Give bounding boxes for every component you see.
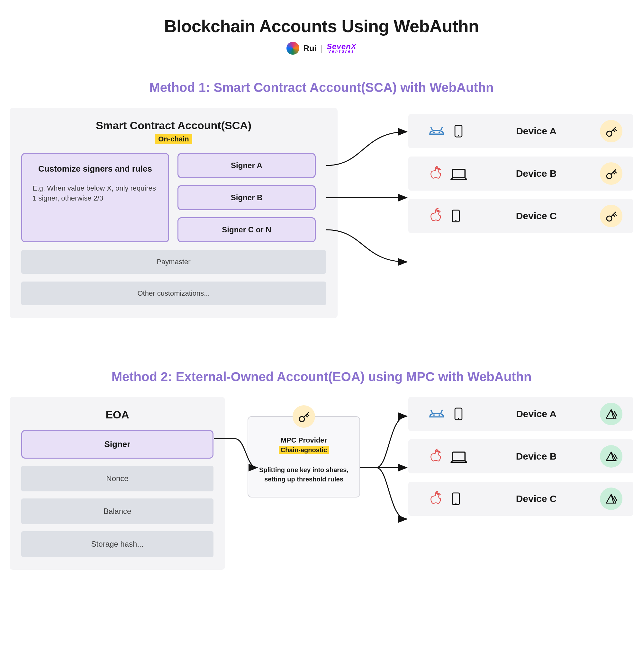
author-avatar bbox=[287, 42, 299, 54]
android-icon bbox=[428, 407, 446, 420]
shard-icon bbox=[604, 493, 618, 505]
signer-c-box: Signer C or N bbox=[178, 217, 316, 242]
eoa-card-title: EOA bbox=[21, 408, 214, 421]
mpc-description: Splitting one key into shares, setting u… bbox=[258, 465, 350, 484]
method2-devices: Device A Device B Device C bbox=[408, 397, 633, 516]
phone-icon bbox=[452, 405, 465, 423]
phone-icon bbox=[452, 122, 465, 140]
signer-a-box: Signer A bbox=[178, 153, 316, 178]
brand-sub: Ventures bbox=[327, 50, 356, 53]
eoa-nonce-box: Nonce bbox=[21, 466, 214, 491]
eoa-signer-box: Signer bbox=[21, 430, 214, 459]
eoa-balance-box: Balance bbox=[21, 499, 214, 524]
device-b-label: Device B bbox=[482, 451, 590, 462]
key-badge bbox=[600, 120, 622, 142]
other-custom-box: Other customizations... bbox=[21, 282, 326, 305]
device-a-label: Device A bbox=[482, 126, 590, 137]
rules-title: Customize signers and rules bbox=[33, 163, 158, 174]
shard-icon bbox=[604, 408, 618, 420]
device-b-label: Device B bbox=[482, 168, 590, 179]
sca-card-title: Smart Contract Account(SCA) bbox=[21, 119, 326, 132]
eoa-card: EOA Signer Nonce Balance Storage hash... bbox=[10, 397, 225, 570]
signer-b-box: Signer B bbox=[178, 185, 316, 210]
key-icon bbox=[605, 125, 618, 137]
sca-card: Smart Contract Account(SCA) On-chain Cus… bbox=[10, 108, 338, 318]
phone-icon bbox=[449, 490, 462, 508]
brand-logo: SevenX Ventures bbox=[327, 43, 356, 53]
paymaster-box: Paymaster bbox=[21, 250, 326, 274]
author-name: Rui bbox=[303, 44, 317, 53]
signers-column: Signer A Signer B Signer C or N bbox=[178, 153, 316, 242]
apple-icon bbox=[428, 448, 443, 465]
chain-agnostic-badge: Chain-agnostic bbox=[279, 446, 329, 454]
on-chain-badge: On-chain bbox=[155, 134, 192, 144]
device-c-label: Device C bbox=[482, 210, 590, 221]
rules-example: E.g. When value below X, only requires 1… bbox=[33, 184, 158, 204]
mpc-card: MPC Provider Chain-agnostic Splitting on… bbox=[247, 416, 360, 498]
shard-badge bbox=[600, 488, 622, 510]
device-row-a: Device A bbox=[408, 114, 633, 148]
method1-heading: Method 1: Smart Contract Account(SCA) wi… bbox=[10, 80, 633, 95]
eoa-storage-box: Storage hash... bbox=[21, 531, 214, 557]
laptop-icon bbox=[449, 449, 468, 464]
method2-heading: Method 2: External-Owned Account(EOA) us… bbox=[10, 370, 633, 384]
shard-icon bbox=[604, 450, 618, 463]
mpc-key-badge bbox=[293, 405, 315, 428]
method2-diagram: EOA Signer Nonce Balance Storage hash...… bbox=[10, 397, 633, 570]
device-row-c: Device C bbox=[408, 482, 633, 516]
page-title: Blockchain Accounts Using WebAuthn bbox=[10, 16, 633, 36]
apple-icon bbox=[428, 490, 443, 507]
laptop-icon bbox=[449, 166, 468, 181]
key-badge bbox=[600, 205, 622, 227]
byline: Rui | SevenX Ventures bbox=[10, 42, 633, 54]
mpc-title: MPC Provider bbox=[258, 436, 350, 444]
device-row-b: Device B bbox=[408, 157, 633, 191]
rules-box: Customize signers and rules E.g. When va… bbox=[21, 153, 169, 242]
method1-devices: Device A Device B Device C bbox=[408, 114, 633, 233]
device-row-b: Device B bbox=[408, 439, 633, 473]
phone-icon bbox=[449, 207, 462, 225]
device-a-label: Device A bbox=[482, 408, 590, 419]
method1-diagram: Smart Contract Account(SCA) On-chain Cus… bbox=[10, 108, 633, 318]
key-icon bbox=[605, 167, 618, 180]
apple-icon bbox=[428, 165, 443, 182]
key-badge bbox=[600, 162, 622, 185]
android-icon bbox=[428, 125, 446, 137]
shard-badge bbox=[600, 403, 622, 425]
key-icon bbox=[298, 410, 310, 423]
device-row-a: Device A bbox=[408, 397, 633, 431]
key-icon bbox=[605, 209, 618, 222]
apple-icon bbox=[428, 208, 443, 224]
device-row-c: Device C bbox=[408, 199, 633, 233]
device-c-label: Device C bbox=[482, 493, 590, 504]
separator: | bbox=[320, 44, 323, 53]
shard-badge bbox=[600, 445, 622, 468]
